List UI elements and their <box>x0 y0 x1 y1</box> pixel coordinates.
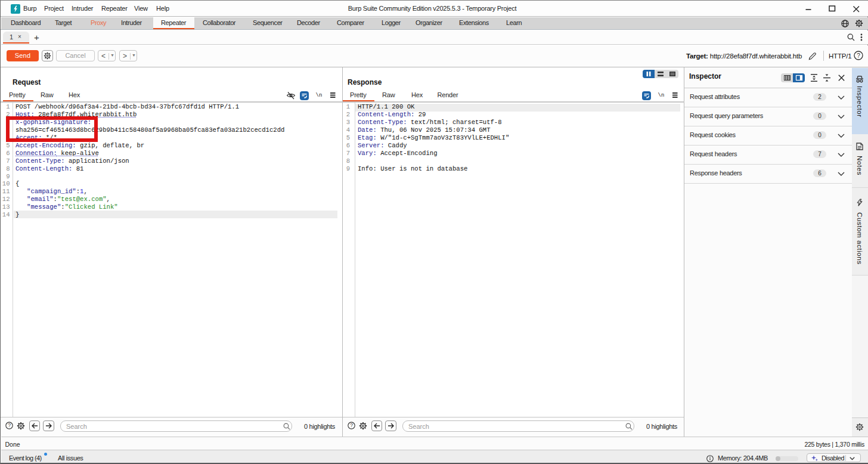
svg-text:?: ? <box>8 422 11 428</box>
svg-text:?: ? <box>350 422 353 428</box>
svg-text:?: ? <box>857 52 860 59</box>
